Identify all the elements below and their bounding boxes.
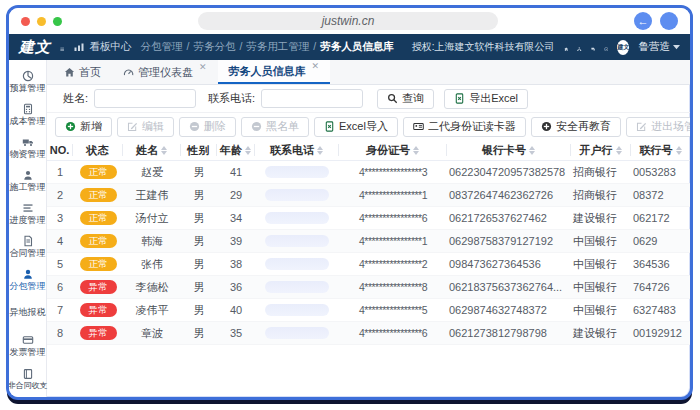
sidebar-item-合同管理[interactable]: 合同管理 [9,230,46,263]
cell-bank-branch-no: 6327483 [631,304,690,316]
export-excel-button[interactable]: 导出Excel [444,89,528,109]
sort-icon[interactable] [676,146,682,155]
cell-name: 凌伟平 [123,303,181,318]
table-row[interactable]: 6异常李德松男364****************80621837563736… [47,276,690,299]
sort-icon[interactable] [616,146,622,155]
cell-id-number: 4****************6 [339,212,447,224]
cell-no: 1 [47,166,73,178]
table-body: 1正常赵爱男414****************306223047209573… [47,161,690,345]
column-header-联系电话[interactable]: 联系电话 [255,144,339,156]
query-button[interactable]: 查询 [377,89,434,109]
column-header-姓名[interactable]: 姓名 [123,144,181,156]
cell-name: 赵爱 [123,165,181,180]
name-input[interactable] [94,89,196,108]
status-badge: 正常 [80,211,117,225]
breadcrumb-item[interactable]: 劳务分包 [193,40,235,54]
traffic-lights [21,17,62,26]
sidebar-item-label: 物资管理 [10,148,46,161]
back-button[interactable]: ← [634,12,652,30]
table-row[interactable]: 7异常凌伟平男404****************50629874632748… [47,299,690,322]
新增-button[interactable]: 新增 [55,117,112,137]
breadcrumb-item[interactable]: 分包管理 [140,40,182,54]
sidebar-item-施工管理[interactable]: 施工管理 [9,164,46,197]
column-header-身份证号[interactable]: 身份证号 [339,144,447,156]
close-icon[interactable]: ✕ [312,61,320,71]
column-header-开户行[interactable]: 开户行 [571,144,631,156]
breadcrumb-item[interactable]: 劳务用工管理 [246,40,309,54]
board-center-link[interactable]: 看板中心 [73,40,131,54]
cell-bank: 建设银行 [571,326,631,341]
tab-管理仪表盘[interactable]: 管理仪表盘✕ [112,60,218,84]
column-header-年龄[interactable]: 年龄 [217,144,255,156]
table-row[interactable]: 3正常汤付立男344****************60621726537627… [47,207,690,230]
help-icon[interactable]: ? [604,41,608,53]
cell-id-number: 4****************3 [339,166,447,178]
cell-no: 3 [47,212,73,224]
table-row[interactable]: 8异常章波男354****************606212738127987… [47,322,690,345]
bars-icon [22,200,34,212]
sort-icon[interactable] [161,146,167,155]
sidebar-item-物资管理[interactable]: 物资管理 [9,131,46,164]
user-menu[interactable]: 鲁营造 [638,40,680,54]
home-icon[interactable] [564,41,568,53]
button-label: 编辑 [142,119,164,134]
sidebar-item-label: 分包管理 [10,280,46,293]
sort-icon[interactable] [245,146,251,155]
messages-icon[interactable] [591,41,595,53]
sidebar-item-成本管理[interactable]: 成本管理 [9,98,46,131]
二代身份证读卡器-button[interactable]: 二代身份证读卡器 [403,117,526,137]
sidebar-item-进度管理[interactable]: 进度管理 [9,197,46,230]
name-label: 姓名: [63,91,88,106]
profile-button[interactable] [660,12,678,30]
board-center-label: 看板中心 [89,40,131,54]
安全再教育-button[interactable]: 安全再教育 [531,117,621,137]
truck-icon [22,134,34,146]
sort-icon[interactable] [529,146,535,155]
cell-status: 正常 [73,234,123,248]
cell-no: 4 [47,235,73,247]
进出场管理-button: 进出场管理 [626,117,693,137]
sort-icon[interactable] [317,146,323,155]
table-row[interactable]: 1正常赵爱男414****************306223047209573… [47,161,690,184]
cell-no: 5 [47,258,73,270]
sidebar-item-分包管理[interactable]: 分包管理 [9,263,46,296]
maximize-window-button[interactable] [53,17,62,26]
table-row[interactable]: 5正常张伟男384****************209847362736453… [47,253,690,276]
sidebar-item-预算管理[interactable]: 预算管理 [9,65,46,98]
cell-phone [255,166,339,178]
Excel导入-button[interactable]: Excel导入 [314,117,398,137]
button-label: 进出场管理 [651,119,693,134]
minimize-window-button[interactable] [37,17,46,26]
minus-circle-icon [189,121,200,132]
button-label: 安全再教育 [556,119,611,134]
table-row[interactable]: 2正常王建伟男294****************10837264746236… [47,184,690,207]
sitemap-icon[interactable] [577,41,581,53]
tab-bar: 首页管理仪表盘✕劳务人员信息库✕ [47,60,690,85]
breadcrumb-item[interactable]: 劳务人员信息库 [320,40,394,54]
cell-bank: 招商银行 [571,188,631,203]
cell-no: 8 [47,327,73,339]
sidebar-item-非合同收支[interactable]: 非合同收支 [9,362,46,395]
table-row[interactable]: 4正常韩海男394****************106298758379127… [47,230,690,253]
sidebar-item-异地报税[interactable]: 异地报税 [9,296,46,329]
personnel-table: NO.状态姓名性别年龄联系电话身份证号银行卡号开户行联行号 1正常赵爱男414*… [47,140,690,397]
column-header-联行号[interactable]: 联行号 [631,144,690,156]
cell-age: 41 [217,166,255,178]
close-window-button[interactable] [21,17,30,26]
menu-icon[interactable] [60,41,64,53]
phone-input[interactable] [261,89,363,108]
breadcrumb: 分包管理/劳务分包/劳务用工管理/劳务人员信息库 [140,40,393,54]
brand-badge[interactable]: 建文 [617,40,629,55]
tab-劳务人员信息库[interactable]: 劳务人员信息库✕ [218,60,331,84]
address-bar[interactable]: justwin.cn [198,12,498,30]
cell-bank-branch-no: 062172 [631,212,690,224]
cell-gender: 男 [181,234,217,249]
cell-bank-branch-no: 00192912 [631,327,690,339]
sort-icon[interactable] [413,146,419,155]
column-header-银行卡号[interactable]: 银行卡号 [447,144,571,156]
cell-age: 36 [217,281,255,293]
close-icon[interactable]: ✕ [199,62,207,72]
phone-redacted [265,281,329,293]
tab-首页[interactable]: 首页 [53,60,112,84]
sidebar-item-发票管理[interactable]: 发票管理 [9,329,46,362]
